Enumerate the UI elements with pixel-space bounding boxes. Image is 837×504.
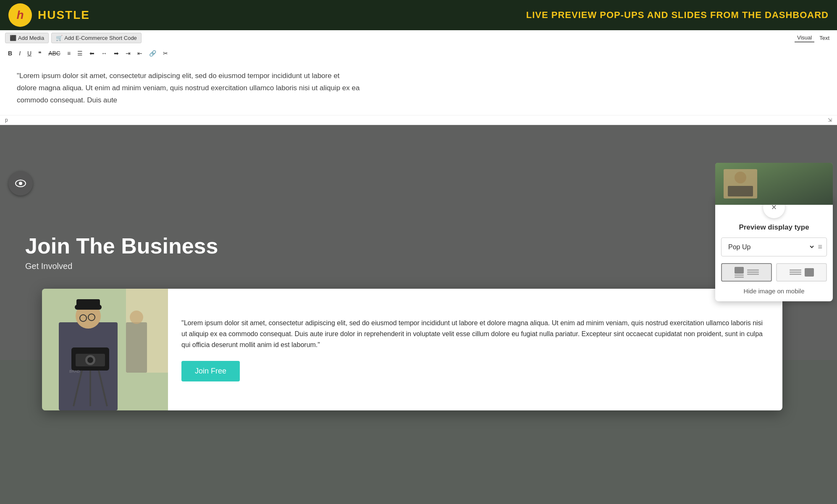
layout-text-only-icon (790, 269, 801, 275)
popup-content-area: "Lorem ipsum dolor sit amet, consectetur… (168, 289, 782, 410)
header-tagline: LIVE PREVIEW POP-UPS AND SLIDES FROM THE… (526, 10, 829, 21)
strikethrough-button[interactable]: ABC (45, 48, 63, 58)
hide-image-mobile-label: Hide image on mobile (715, 287, 833, 295)
tab-visual[interactable]: Visual (795, 34, 814, 42)
layout-text-image-button[interactable] (776, 263, 827, 282)
link-button[interactable]: 🔗 (146, 48, 159, 58)
bg-thumbnail (715, 163, 833, 205)
svg-point-23 (735, 172, 746, 183)
hustle-logo: h (8, 3, 32, 27)
layout-text-lines-icon (747, 269, 759, 275)
cart-icon: 🛒 (56, 35, 63, 41)
add-media-icon: ⬛ (10, 35, 16, 41)
page-wrapper: ⬛ Add Media 🛒 Add E-Commerce Short Code … (0, 30, 837, 360)
popup-body-text: "Lorem ipsum dolor sit amet, consectetur… (181, 318, 769, 351)
toolbar-row2: B I U ❝ ABC ≡ ☰ ⬅ ↔ ➡ ⇥ ⇤ 🔗 ✂ (0, 47, 837, 60)
overlay-subheading: Get Involved (25, 261, 218, 271)
ordered-list-button[interactable]: ☰ (74, 48, 86, 58)
preview-card: × Preview display type Pop Up Slide In E… (715, 196, 833, 301)
popup-image-placeholder: BRAD (42, 289, 168, 410)
svg-text:BRAD: BRAD (69, 369, 80, 373)
toolbar-row1: ⬛ Add Media 🛒 Add E-Commerce Short Code … (0, 30, 837, 46)
popup-photo-svg: BRAD (42, 289, 168, 410)
bg-thumbnail-svg (715, 163, 833, 205)
outdent-button[interactable]: ⇤ (134, 48, 145, 58)
tab-text[interactable]: Text (817, 34, 832, 42)
svg-rect-24 (728, 186, 753, 196)
resize-handle[interactable]: ⇲ (828, 117, 832, 123)
preview-display-type-label: Preview display type (715, 223, 833, 232)
italic-button[interactable]: I (16, 48, 24, 58)
layout-image-text-icon (735, 267, 744, 278)
popup-modal: BRAD "Lorem ipsum dolor sit amet, consec… (42, 289, 782, 410)
editor-content-area[interactable]: "Lorem ipsum dolor sit amet, consectetur… (0, 62, 378, 115)
editor-footer-bar: p ⇲ (0, 115, 837, 125)
add-ecommerce-button[interactable]: 🛒 Add E-Commerce Short Code (51, 33, 142, 43)
unordered-list-button[interactable]: ≡ (64, 48, 73, 58)
eye-svg (15, 180, 26, 187)
svg-rect-7 (76, 299, 100, 308)
align-left-button[interactable]: ⬅ (87, 48, 97, 58)
align-center-button[interactable]: ↔ (98, 48, 110, 58)
popup-image-area: BRAD (42, 289, 168, 410)
svg-point-18 (130, 311, 143, 324)
svg-point-1 (19, 182, 22, 185)
brand-name: HUSTLE (38, 8, 90, 22)
layout-img-right-icon (805, 268, 814, 277)
popup-title-overlay: Join The Business Get Involved (25, 234, 218, 271)
editor-lorem-text: "Lorem ipsum dolor sit amet, consectetur… (17, 70, 361, 107)
dimmed-area: Join The Business Get Involved (0, 125, 837, 360)
paragraph-tag: p (5, 117, 8, 123)
select-menu-icon: ≡ (815, 243, 825, 251)
underline-button[interactable]: U (24, 48, 34, 58)
blockquote-button[interactable]: ❝ (35, 48, 45, 58)
indent-button[interactable]: ⇥ (123, 48, 134, 58)
layout-options (715, 263, 833, 282)
svg-rect-17 (126, 322, 147, 373)
overlay-heading: Join The Business (25, 234, 218, 258)
unlink-button[interactable]: ✂ (160, 48, 171, 58)
bold-button[interactable]: B (5, 48, 15, 58)
header-left: h HUSTLE (8, 3, 90, 27)
right-panel: × Preview display type Pop Up Slide In E… (715, 163, 833, 301)
header: h HUSTLE LIVE PREVIEW POP-UPS AND SLIDES… (0, 0, 837, 30)
eye-icon-button[interactable] (8, 171, 33, 196)
align-right-button[interactable]: ➡ (111, 48, 122, 58)
layout-image-text-button[interactable] (721, 263, 772, 282)
editor-section: ⬛ Add Media 🛒 Add E-Commerce Short Code … (0, 30, 837, 125)
join-free-button[interactable]: Join Free (181, 361, 240, 381)
add-media-button[interactable]: ⬛ Add Media (5, 33, 49, 43)
preview-select-wrapper[interactable]: Pop Up Slide In Embedded ≡ (721, 238, 827, 256)
svg-point-11 (87, 357, 93, 363)
preview-display-select[interactable]: Pop Up Slide In Embedded (727, 239, 815, 255)
